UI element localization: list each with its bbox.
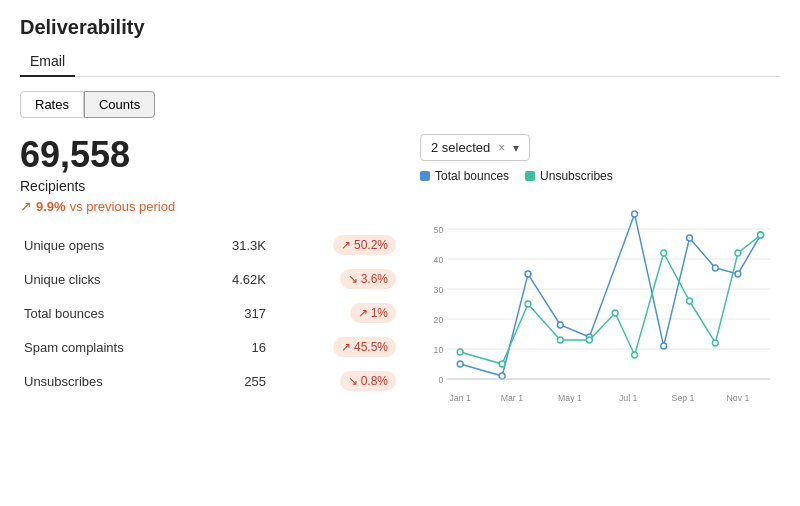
svg-text:Jul 1: Jul 1: [619, 393, 638, 403]
trend-value: 9.9%: [36, 199, 66, 214]
svg-point-28: [612, 310, 618, 316]
page-title: Deliverability: [20, 16, 780, 39]
table-row: Spam complaints 16 ↗ 45.5%: [20, 330, 400, 364]
chart-legend: Total bouncesUnsubscribes: [420, 169, 780, 183]
chart-area: 01020304050Jan 1Mar 1May 1Jul 1Sep 1Nov …: [420, 189, 780, 412]
svg-point-25: [525, 301, 531, 307]
trend-label: vs previous period: [70, 199, 176, 214]
change-arrow-icon: ↘: [348, 374, 358, 388]
metric-change: ↗ 1%: [286, 296, 400, 330]
svg-point-24: [499, 361, 505, 367]
chevron-down-icon[interactable]: ▾: [513, 141, 519, 155]
svg-text:May 1: May 1: [558, 393, 582, 403]
svg-text:50: 50: [434, 225, 444, 235]
metric-label: Unique clicks: [20, 262, 193, 296]
change-badge: ↗ 45.5%: [333, 337, 396, 357]
change-badge: ↘ 3.6%: [340, 269, 396, 289]
svg-point-18: [661, 343, 667, 349]
main-metric-label: Recipients: [20, 178, 400, 194]
svg-text:Jan 1: Jan 1: [449, 393, 470, 403]
metric-value: 4.62K: [193, 262, 286, 296]
svg-point-31: [687, 298, 693, 304]
svg-point-19: [687, 235, 693, 241]
svg-point-32: [712, 340, 718, 346]
table-row: Total bounces 317 ↗ 1%: [20, 296, 400, 330]
trend-arrow-icon: ↗: [20, 198, 32, 214]
selector-clear-button[interactable]: ×: [498, 141, 505, 155]
svg-text:20: 20: [434, 315, 444, 325]
legend-color-swatch: [420, 171, 430, 181]
metric-change: ↗ 50.2%: [286, 228, 400, 262]
metric-value: 31.3K: [193, 228, 286, 262]
svg-text:40: 40: [434, 255, 444, 265]
svg-point-14: [525, 271, 531, 277]
metric-label: Unsubscribes: [20, 364, 193, 398]
main-metric-trend: ↗ 9.9% vs previous period: [20, 198, 400, 214]
svg-point-13: [499, 373, 505, 379]
tab-email[interactable]: Email: [20, 47, 75, 77]
metric-value: 317: [193, 296, 286, 330]
page-container: Deliverability Email Rates Counts 69,558…: [0, 0, 800, 428]
table-row: Unsubscribes 255 ↘ 0.8%: [20, 364, 400, 398]
view-toggle: Rates Counts: [20, 91, 780, 118]
toggle-counts[interactable]: Counts: [84, 91, 155, 118]
legend-item: Total bounces: [420, 169, 509, 183]
svg-text:10: 10: [434, 345, 444, 355]
svg-point-23: [457, 349, 463, 355]
metrics-table: Unique opens 31.3K ↗ 50.2% Unique clicks…: [20, 228, 400, 398]
legend-label: Total bounces: [435, 169, 509, 183]
line-chart: 01020304050Jan 1Mar 1May 1Jul 1Sep 1Nov …: [420, 189, 780, 409]
change-badge: ↗ 50.2%: [333, 235, 396, 255]
main-metric-value: 69,558: [20, 134, 400, 176]
change-arrow-icon: ↗: [358, 306, 368, 320]
metric-change: ↘ 0.8%: [286, 364, 400, 398]
metric-change: ↘ 3.6%: [286, 262, 400, 296]
svg-text:30: 30: [434, 285, 444, 295]
svg-point-34: [758, 232, 764, 238]
table-row: Unique clicks 4.62K ↘ 3.6%: [20, 262, 400, 296]
tab-bar: Email: [20, 47, 780, 77]
svg-point-33: [735, 250, 741, 256]
change-badge: ↗ 1%: [350, 303, 396, 323]
toggle-rates[interactable]: Rates: [20, 91, 84, 118]
left-panel: 69,558 Recipients ↗ 9.9% vs previous per…: [20, 134, 400, 412]
legend-item: Unsubscribes: [525, 169, 613, 183]
right-panel: 2 selected × ▾ Total bouncesUnsubscribes…: [420, 134, 780, 412]
selector-label: 2 selected: [431, 140, 490, 155]
svg-point-12: [457, 361, 463, 367]
svg-point-30: [661, 250, 667, 256]
table-row: Unique opens 31.3K ↗ 50.2%: [20, 228, 400, 262]
svg-point-26: [557, 337, 563, 343]
main-layout: 69,558 Recipients ↗ 9.9% vs previous per…: [20, 134, 780, 412]
change-badge: ↘ 0.8%: [340, 371, 396, 391]
change-arrow-icon: ↗: [341, 238, 351, 252]
series-selector[interactable]: 2 selected × ▾: [420, 134, 530, 161]
metric-label: Total bounces: [20, 296, 193, 330]
svg-point-17: [632, 211, 638, 217]
change-arrow-icon: ↘: [348, 272, 358, 286]
legend-label: Unsubscribes: [540, 169, 613, 183]
metric-value: 255: [193, 364, 286, 398]
metric-value: 16: [193, 330, 286, 364]
svg-point-20: [712, 265, 718, 271]
svg-text:0: 0: [438, 375, 443, 385]
svg-point-27: [586, 337, 592, 343]
metric-label: Spam complaints: [20, 330, 193, 364]
svg-point-15: [557, 322, 563, 328]
svg-text:Mar 1: Mar 1: [501, 393, 523, 403]
change-arrow-icon: ↗: [341, 340, 351, 354]
legend-color-swatch: [525, 171, 535, 181]
svg-point-21: [735, 271, 741, 277]
svg-text:Nov 1: Nov 1: [727, 393, 750, 403]
metric-label: Unique opens: [20, 228, 193, 262]
svg-point-29: [632, 352, 638, 358]
svg-text:Sep 1: Sep 1: [672, 393, 695, 403]
metric-change: ↗ 45.5%: [286, 330, 400, 364]
